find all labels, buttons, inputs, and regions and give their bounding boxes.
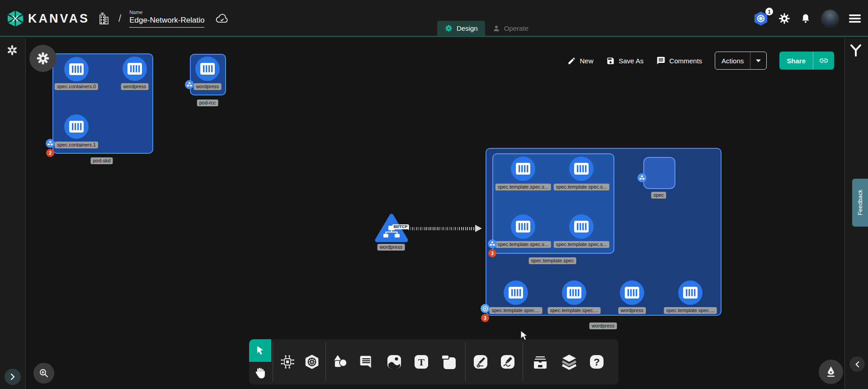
node-container-spec-containers-0[interactable] [64, 57, 89, 81]
save-as-label: Save As [619, 57, 644, 65]
meshery-spinner-icon[interactable] [6, 44, 19, 57]
node-label: spec.template.spec.... [548, 307, 601, 314]
shapes-tool-button[interactable] [330, 352, 350, 372]
kubernetes-tool-button[interactable] [302, 352, 322, 372]
design-name-block: Name Edge-Network-Relatio [129, 9, 204, 28]
pointer-tool-button[interactable] [249, 339, 271, 362]
pen-tool-button[interactable] [819, 360, 843, 384]
tab-operate[interactable]: Operate [485, 21, 536, 36]
freehand-draw-tool-button[interactable] [498, 352, 518, 372]
group-spec[interactable] [643, 157, 675, 189]
pod-resource-badge-icon[interactable] [637, 173, 646, 182]
group-label-spec: spec [651, 192, 666, 199]
note-tool-button[interactable] [439, 352, 459, 372]
svg-text:T: T [418, 357, 425, 368]
cloud-sync-icon [215, 13, 229, 24]
feedback-tab[interactable]: Feedback [852, 179, 868, 227]
k8s-context-count-badge: 1 [765, 8, 773, 15]
edge-service-to-deployment[interactable] [408, 227, 476, 230]
feedback-label: Feedback [857, 190, 863, 215]
error-count-badge[interactable]: 3 [481, 314, 489, 322]
node-label: wordpress [121, 83, 149, 90]
node-label: spec.template.spec.... [490, 307, 542, 314]
layers-tool-button[interactable] [559, 352, 579, 372]
node-label: spec.template.spec.s... [495, 241, 551, 248]
group-label-pod-skd: pod-skd [90, 157, 113, 164]
new-pencil-icon [567, 57, 576, 65]
comments-icon [656, 56, 665, 65]
new-label: New [580, 57, 594, 65]
design-canvas[interactable]: Feedback New Save As [0, 38, 868, 389]
dock-handle-icon[interactable] [850, 44, 862, 57]
hand-pan-tool-button[interactable] [249, 362, 271, 384]
pod-resource-badge-icon[interactable] [185, 80, 194, 89]
node-label: spec.template.spec.s... [495, 184, 551, 190]
text-tool-button[interactable]: T [411, 352, 431, 372]
node-container-template-3[interactable] [569, 214, 594, 239]
settings-gear-icon[interactable] [778, 13, 790, 24]
user-avatar[interactable] [821, 9, 839, 28]
collapse-right-panel-button[interactable] [849, 356, 865, 372]
new-design-button[interactable]: New [567, 57, 594, 65]
group-label-deployment-wordpress: wordpress [590, 323, 617, 329]
tab-design-label: Design [457, 24, 478, 32]
node-label: spec.template.spec.s... [554, 184, 609, 190]
actions-button[interactable]: Actions [715, 52, 750, 69]
expand-left-panel-button[interactable] [5, 369, 21, 385]
brand[interactable]: KANVAS [7, 10, 90, 27]
notifications-bell-icon[interactable] [800, 13, 811, 24]
components-tool-button[interactable] [278, 352, 297, 372]
zoom-button[interactable] [33, 363, 54, 384]
organization-icon[interactable] [98, 11, 110, 26]
comments-button[interactable]: Comments [656, 56, 703, 65]
actions-dropdown-toggle[interactable] [750, 52, 766, 69]
node-label: wordpress [194, 83, 222, 90]
node-container-deploy-1[interactable] [562, 280, 586, 305]
pod-resource-badge-icon[interactable] [488, 239, 497, 248]
toolbar-divider [465, 342, 466, 382]
comments-label: Comments [670, 57, 703, 65]
deployment-resource-badge-icon[interactable] [481, 304, 490, 313]
node-container-deploy-wordpress[interactable] [620, 280, 644, 305]
error-count-badge[interactable]: 2 [46, 149, 54, 157]
node-container-template-0[interactable] [511, 157, 535, 181]
toolbar-divider [523, 342, 523, 382]
actions-split-button: Actions [715, 52, 767, 70]
comment-tool-button[interactable] [356, 352, 376, 372]
left-dock [0, 38, 26, 389]
tab-operate-label: Operate [504, 24, 528, 32]
node-container-template-2[interactable] [511, 214, 535, 239]
brand-text: KANVAS [28, 12, 90, 26]
edge-pen-tool-button[interactable] [471, 352, 491, 372]
error-count-badge[interactable]: 3 [488, 249, 496, 257]
kubernetes-context-button[interactable]: 1 [753, 11, 769, 26]
node-label: wordpress [618, 307, 646, 314]
main-menu-hamburger-icon[interactable] [849, 14, 861, 23]
mode-tabs: Design Operate [437, 21, 536, 36]
image-tool-button[interactable] [384, 352, 404, 372]
edge-port-label: 80/TCP [392, 224, 409, 229]
pod-resource-badge-icon[interactable] [46, 139, 55, 148]
save-as-button[interactable]: Save As [606, 57, 644, 65]
operate-mode-icon [492, 24, 500, 33]
design-name-input[interactable]: Edge-Network-Relatio [129, 16, 204, 28]
kanvas-logo-icon [7, 10, 24, 27]
header: KANVAS / [0, 0, 868, 37]
node-container-spec-containers-1[interactable] [64, 114, 89, 139]
help-tool-button[interactable]: ? [587, 352, 607, 372]
copy-link-button[interactable] [813, 52, 834, 70]
drawer-tool-button[interactable] [530, 352, 550, 372]
breadcrumb-separator: / [118, 13, 121, 24]
node-container-template-1[interactable] [569, 157, 594, 181]
design-name-label: Name [129, 9, 204, 15]
design-mode-icon [444, 24, 453, 33]
node-container-wordpress-rcc[interactable] [195, 57, 220, 81]
tab-design[interactable]: Design [437, 21, 485, 36]
node-container-deploy-3[interactable] [678, 280, 703, 305]
node-container-deploy-0[interactable] [504, 280, 528, 305]
node-container-wordpress[interactable] [123, 57, 147, 81]
floating-resource-node[interactable] [29, 45, 57, 72]
group-label-spec-template-spec: spec.template.spec [529, 257, 576, 264]
share-button[interactable]: Share [779, 52, 813, 70]
node-label: spec.template.spec.... [664, 307, 717, 314]
